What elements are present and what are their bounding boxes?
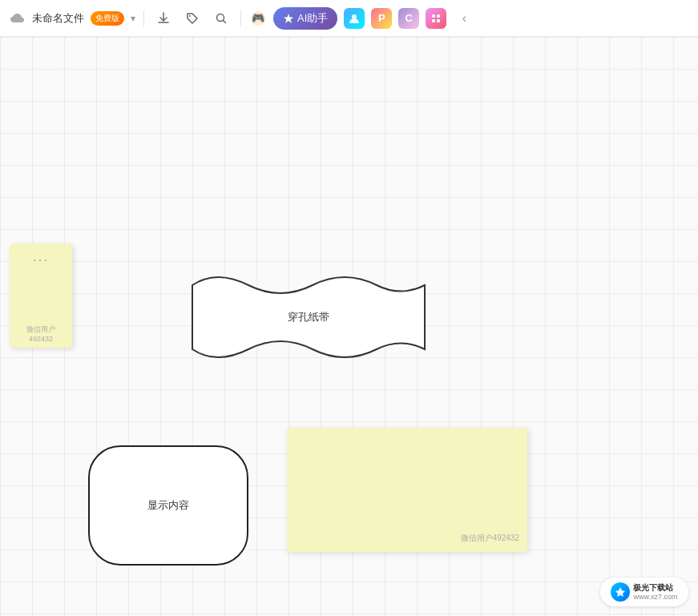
watermark: 极光下载站 www.xz7.com <box>600 578 688 606</box>
plan-badge[interactable]: 免费版 <box>91 11 124 26</box>
download-button[interactable] <box>152 7 175 30</box>
rounded-rect-shape[interactable]: 显示内容 <box>88 445 248 566</box>
plugin-extra-button[interactable] <box>426 8 446 29</box>
watermark-text-block: 极光下载站 www.xz7.com <box>633 583 677 602</box>
watermark-icon <box>611 582 630 602</box>
title-chevron-icon[interactable]: ▾ <box>131 13 135 24</box>
watermark-url: www.xz7.com <box>633 593 677 602</box>
ai-assistant-button[interactable]: AI助手 <box>273 7 337 30</box>
plugin-c-button[interactable]: C <box>398 8 419 29</box>
cloud-icon <box>10 10 26 26</box>
collapse-button[interactable]: ‹ <box>453 7 475 30</box>
sticky-note-large[interactable]: 微信用户492432 <box>287 428 527 552</box>
svg-point-0 <box>189 15 191 17</box>
svg-rect-6 <box>437 14 440 18</box>
file-title: 未命名文件 <box>32 11 84 26</box>
plugin-p-button[interactable]: P <box>371 8 392 29</box>
svg-rect-8 <box>437 19 440 22</box>
ai-label: AI助手 <box>297 11 328 26</box>
sticky-note-small[interactable]: ··· 微信用户492432 <box>10 244 72 348</box>
plugin-avatar-button[interactable] <box>344 8 365 29</box>
sticky-user-small: 微信用户492432 <box>16 324 66 343</box>
watermark-title: 极光下载站 <box>633 583 677 593</box>
sticky-dots: ··· <box>32 252 49 268</box>
punched-tape-shape[interactable]: 穿孔纸带 <box>184 261 433 373</box>
divider-1 <box>143 10 144 26</box>
sticky-user-large: 微信用户492432 <box>295 533 519 544</box>
search-button[interactable] <box>210 7 232 30</box>
punched-tape-label: 穿孔纸带 <box>288 310 329 324</box>
svg-rect-7 <box>432 19 435 22</box>
rounded-rect-label: 显示内容 <box>147 498 189 513</box>
svg-text:🎮: 🎮 <box>252 11 265 25</box>
canvas: ··· 微信用户492432 穿孔纸带 显示内容 微信用户492432 极光下载… <box>0 37 698 616</box>
svg-marker-9 <box>615 587 625 597</box>
toolbar: 未命名文件 免费版 ▾ 🎮 AI助手 <box>0 0 698 37</box>
divider-2 <box>240 10 241 26</box>
tag-button[interactable] <box>181 7 204 30</box>
svg-rect-5 <box>432 14 435 18</box>
emoji-icon: 🎮 <box>249 10 267 27</box>
